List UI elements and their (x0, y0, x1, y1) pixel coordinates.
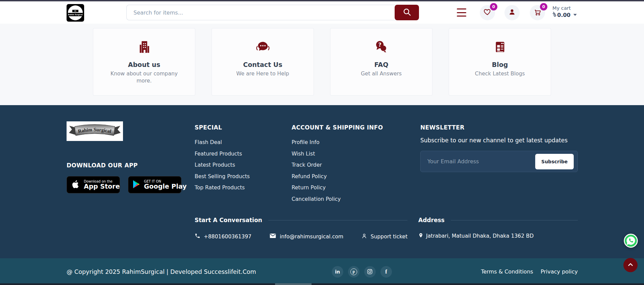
card-subtitle: Know about our company more. (93, 70, 195, 85)
footer-link-featured-products[interactable]: Featured Products (195, 150, 289, 157)
copyright-text: @ Copyright 2025 RahimSurgical | Develop… (67, 268, 256, 275)
site-logo-emblem: RS Rahim Surgical (68, 5, 83, 20)
card-subtitle: Get all Answers (330, 70, 432, 77)
linkedin-glyph: in (335, 269, 340, 275)
svg-text:?: ? (378, 42, 381, 48)
contact-us-card[interactable]: Contact Us We are Here to Help (212, 28, 314, 96)
menu-hamburger-icon[interactable] (457, 8, 466, 17)
footer-logo[interactable]: Rahim Surgical (67, 121, 123, 141)
search-input[interactable] (126, 5, 397, 20)
footer-link-return-policy[interactable]: Return Policy (292, 184, 420, 191)
wishlist-count-badge: 0 (490, 3, 497, 10)
user-icon (508, 8, 516, 17)
card-title: About us (93, 61, 195, 68)
card-title: Blog (449, 61, 551, 68)
faq-card[interactable]: ? FAQ Get all Answers (330, 28, 432, 96)
pinterest-glyph: p (350, 268, 357, 275)
footer-link-latest-products[interactable]: Latest Products (195, 162, 289, 168)
card-title: FAQ (330, 61, 432, 68)
phone-number: +8801600361397 (204, 234, 251, 240)
phone-contact[interactable]: +8801600361397 (195, 232, 251, 241)
facebook-glyph: f (385, 268, 387, 275)
horizontal-scrollbar-thumb[interactable] (275, 283, 312, 285)
logo-text: Rahim Surgical (68, 13, 83, 16)
subscribe-button[interactable]: Subscribe (535, 154, 574, 169)
info-cards-section: About us Know about our company more. Co… (0, 24, 644, 105)
footer-link-refund-policy[interactable]: Refund Policy (292, 173, 420, 180)
chat-support-icon (255, 50, 271, 56)
card-title: Contact Us (212, 61, 314, 68)
footer-link-flash-deal[interactable]: Flash Deal (195, 139, 289, 146)
google-play-icon (132, 180, 141, 190)
footer-link-profile-info[interactable]: Profile Info (292, 139, 420, 146)
cart-button[interactable]: 0 (530, 5, 545, 20)
blog-newspaper-icon (492, 50, 508, 56)
blog-card[interactable]: Blog Check Latest Blogs (449, 28, 551, 96)
social-links: in p f (332, 266, 392, 278)
address-item: Jatrabari, Matuail Dhaka, Dhaka 1362 BD (418, 232, 578, 240)
whatsapp-float-button[interactable] (624, 234, 638, 248)
privacy-policy-link[interactable]: Privacy policy (541, 268, 578, 275)
horizontal-scrollbar (0, 283, 644, 285)
scroll-to-top-button[interactable] (623, 258, 638, 272)
apple-icon (71, 179, 80, 191)
heart-icon (483, 8, 492, 18)
linkedin-icon[interactable]: in (332, 266, 343, 278)
my-cart-dropdown[interactable]: My cart 0.00 (552, 5, 577, 18)
copyright-bar: @ Copyright 2025 RahimSurgical | Develop… (0, 258, 644, 285)
faq-question-icon: ? (374, 50, 389, 56)
account-button[interactable] (504, 5, 520, 20)
chevron-up-icon (627, 261, 634, 269)
divider (268, 220, 407, 220)
pinterest-icon[interactable]: p (348, 266, 360, 278)
conversation-heading: Start A Conversation (195, 217, 262, 223)
account-heading: ACCOUNT & SHIPPING INFO (292, 124, 420, 131)
google-play-badge[interactable]: GET IT ON Google Play (128, 176, 181, 193)
search-button[interactable] (395, 5, 419, 20)
wishlist-button[interactable]: 0 (480, 5, 495, 20)
newsletter-heading: NEWSLETTER (420, 124, 578, 131)
site-header: RS Rahim Surgical 0 0 My cart (0, 1, 644, 24)
cart-count-badge: 0 (540, 3, 547, 10)
footer-link-top-rated-products[interactable]: Top Rated Products (195, 184, 289, 191)
chevron-down-icon (573, 14, 577, 16)
email-contact[interactable]: info@rahimsurgical.com (269, 232, 343, 241)
taka-currency-icon (552, 11, 556, 18)
divider (451, 220, 578, 220)
support-ticket-link[interactable]: Support ticket (361, 232, 407, 241)
site-logo[interactable]: RS Rahim Surgical (67, 4, 84, 22)
person-outline-icon (361, 233, 367, 240)
facebook-icon[interactable]: f (380, 266, 392, 278)
newsletter-subtitle: Subscribe to our new channel to get late… (420, 137, 578, 144)
about-us-card[interactable]: About us Know about our company more. (93, 28, 195, 96)
address-heading: Address (418, 217, 445, 223)
footer-link-wish-list[interactable]: Wish List (292, 150, 420, 157)
terms-conditions-link[interactable]: Terms & Conditions (481, 268, 533, 275)
download-app-heading: DOWNLOAD OUR APP (67, 162, 181, 169)
phone-icon (195, 233, 200, 240)
card-subtitle: We are Here to Help (212, 70, 314, 77)
search-bar (126, 5, 419, 20)
support-ticket-label: Support ticket (371, 234, 407, 240)
logo-top-band: RS (72, 10, 78, 12)
instagram-icon[interactable] (364, 266, 376, 278)
my-cart-label: My cart (552, 5, 577, 11)
search-icon (402, 7, 412, 18)
building-icon (137, 50, 152, 56)
footer-link-best-selling-products[interactable]: Best Selling Products (195, 173, 289, 180)
map-pin-icon (418, 232, 423, 240)
special-heading: SPECIAL (195, 124, 289, 131)
google-play-name: Google Play (144, 183, 187, 190)
app-store-name: App Store (84, 183, 120, 190)
email-address: info@rahimsurgical.com (280, 234, 343, 240)
cart-total: 0.00 (557, 12, 570, 18)
footer-link-track-order[interactable]: Track Order (292, 162, 420, 168)
footer-link-cancellation-policy[interactable]: Cancellation Policy (292, 196, 420, 203)
address-text: Jatrabari, Matuail Dhaka, Dhaka 1362 BD (426, 233, 534, 239)
envelope-icon (269, 232, 276, 241)
footer: Rahim Surgical DOWNLOAD OUR APP Download… (0, 105, 644, 258)
newsletter-form: Subscribe (420, 151, 578, 172)
app-store-badge[interactable]: Download on the App Store (67, 176, 120, 193)
card-subtitle: Check Latest Blogs (449, 70, 551, 77)
